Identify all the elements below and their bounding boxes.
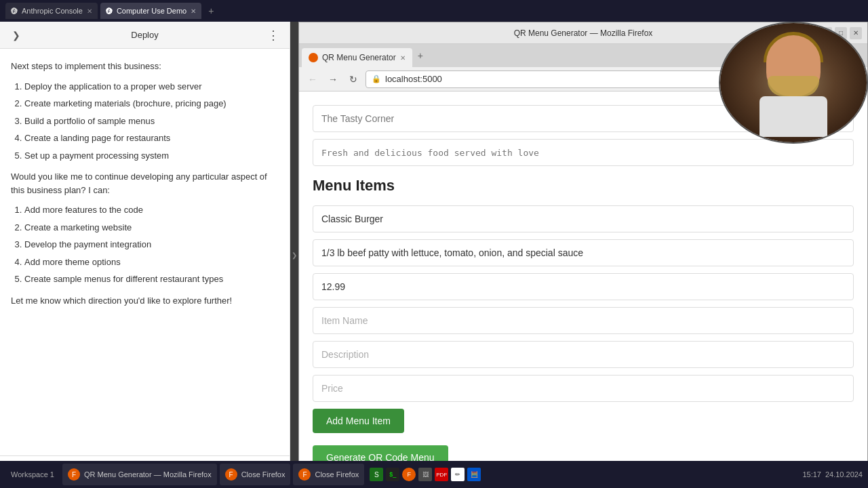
- first-list: Deploy the application to a proper web s…: [24, 80, 279, 163]
- date-display: 24.10.2024: [825, 470, 863, 479]
- collapse-icon: ❯: [12, 30, 20, 41]
- bridge-text: Would you like me to continue developing…: [11, 170, 279, 197]
- deploy-label: Deploy: [131, 30, 158, 40]
- firefox-tab-icon: [309, 53, 318, 62]
- list-item: Create a landing page for restaurants: [24, 131, 279, 145]
- firefox-icon: F: [68, 468, 80, 481]
- left-panel: ❯ Deploy ⋮ Next steps to implement this …: [0, 22, 290, 488]
- taskbar-item-label: Close Firefox: [241, 470, 285, 479]
- taskbar-item-label: QR Menu Generator — Mozilla Firefox: [84, 470, 212, 479]
- restaurant-desc-input[interactable]: [313, 139, 854, 166]
- list-item: Add more features to the code: [24, 203, 279, 217]
- resize-arrow-icon: ❯: [292, 251, 297, 259]
- pdf-icon[interactable]: PDF: [435, 468, 448, 481]
- time-display: 15:17: [802, 470, 821, 479]
- closing-text: Let me know which direction you'd like t…: [11, 294, 279, 308]
- tab-close-icon[interactable]: ✕: [191, 7, 196, 15]
- firefox-tab-close[interactable]: ✕: [400, 54, 406, 62]
- webcam-person: [739, 28, 848, 137]
- forward-button[interactable]: →: [325, 71, 341, 87]
- item-name-existing[interactable]: [313, 205, 854, 232]
- list-item: Deploy the application to a proper web s…: [24, 80, 279, 94]
- list-item: Develop the payment integration: [24, 238, 279, 251]
- forward-icon: →: [328, 74, 338, 85]
- more-options-button[interactable]: ⋮: [265, 27, 281, 43]
- top-browser-tabs: 🅐 Anthropic Console ✕ 🅐 Computer Use Dem…: [0, 0, 868, 22]
- reload-button[interactable]: ↻: [345, 71, 361, 87]
- new-tab-button[interactable]: +: [204, 5, 218, 16]
- browser-icon[interactable]: F: [402, 468, 416, 481]
- left-panel-header: ❯ Deploy ⋮: [0, 22, 290, 49]
- back-icon: ←: [308, 74, 317, 85]
- workspace-label: Workspace 1: [5, 470, 60, 479]
- menu-items-heading: Menu Items: [313, 177, 854, 195]
- reload-icon: ↻: [349, 74, 357, 85]
- tab-label: Anthropic Console: [22, 7, 83, 15]
- tab-label: Computer Use Demo: [117, 7, 186, 15]
- firefox-content: Menu Items Add Menu Item Generate QR Cod…: [299, 92, 867, 487]
- item-description-new[interactable]: [313, 341, 854, 368]
- back-button[interactable]: ←: [304, 71, 321, 87]
- firefox-tab-label: QR Menu Generator: [322, 53, 396, 62]
- taskbar-item-close-firefox1[interactable]: F Close Firefox: [220, 464, 291, 485]
- taskbar-item-firefox[interactable]: F QR Menu Generator — Mozilla Firefox: [62, 464, 217, 485]
- second-list: Add more features to the code Create a m…: [24, 203, 279, 286]
- security-icon: 🔒: [372, 75, 381, 83]
- add-menu-item-button[interactable]: Add Menu Item: [313, 409, 404, 433]
- item-name-new[interactable]: [313, 307, 854, 334]
- firefox-new-tab-button[interactable]: +: [414, 50, 427, 61]
- list-item: Create sample menus for different restau…: [24, 272, 279, 286]
- list-item: Create marketing materials (brochure, pr…: [24, 97, 279, 110]
- edit-icon[interactable]: ✏: [451, 468, 465, 481]
- system-tray: 15:17 24.10.2024: [802, 470, 863, 479]
- tab-icon: 🅐: [11, 7, 18, 15]
- collapse-button[interactable]: ❯: [8, 27, 24, 43]
- tab-anthropic-console[interactable]: 🅐 Anthropic Console ✕: [5, 3, 98, 19]
- webcam-overlay: [719, 22, 868, 144]
- item-price-new[interactable]: [313, 375, 854, 402]
- firefox-icon-3: F: [298, 468, 311, 481]
- firefox-icon-2: F: [225, 468, 237, 481]
- person-beard: [768, 76, 819, 96]
- list-item: Add more theme options: [24, 256, 279, 269]
- firefox-tab-qrmenu[interactable]: QR Menu Generator ✕: [302, 48, 412, 67]
- more-icon: ⋮: [267, 28, 279, 43]
- taskbar-item-label: Close Firefox: [315, 470, 359, 479]
- list-item: Create a marketing website: [24, 221, 279, 235]
- left-panel-content: Next steps to implement this business: D…: [0, 49, 290, 455]
- spreadsheet-icon[interactable]: S: [370, 468, 383, 481]
- taskbar-item-close-firefox2[interactable]: F Close Firefox: [293, 464, 364, 485]
- tab-computer-use-demo[interactable]: 🅐 Computer Use Demo ✕: [100, 3, 201, 19]
- list-item: Set up a payment processing system: [24, 149, 279, 163]
- firefox-title: QR Menu Generator — Mozilla Firefox: [514, 28, 653, 38]
- tab-icon: 🅐: [106, 7, 113, 15]
- calc-icon[interactable]: 🧮: [467, 468, 481, 481]
- intro-text: Next steps to implement this business:: [11, 60, 279, 73]
- bottom-taskbar: Workspace 1 F QR Menu Generator — Mozill…: [0, 461, 868, 488]
- list-item: Build a portfolio of sample menus: [24, 115, 279, 128]
- tab-close-icon[interactable]: ✕: [87, 7, 92, 15]
- resize-handle[interactable]: ❯: [290, 22, 298, 488]
- terminal-icon[interactable]: $_: [386, 468, 399, 481]
- webcam-feed: [720, 23, 867, 142]
- gallery-icon[interactable]: 🖼: [418, 468, 432, 481]
- item-price-existing[interactable]: [313, 273, 854, 300]
- url-text: localhost:5000: [385, 74, 442, 84]
- item-description-existing[interactable]: [313, 239, 854, 266]
- person-shirt: [760, 96, 827, 137]
